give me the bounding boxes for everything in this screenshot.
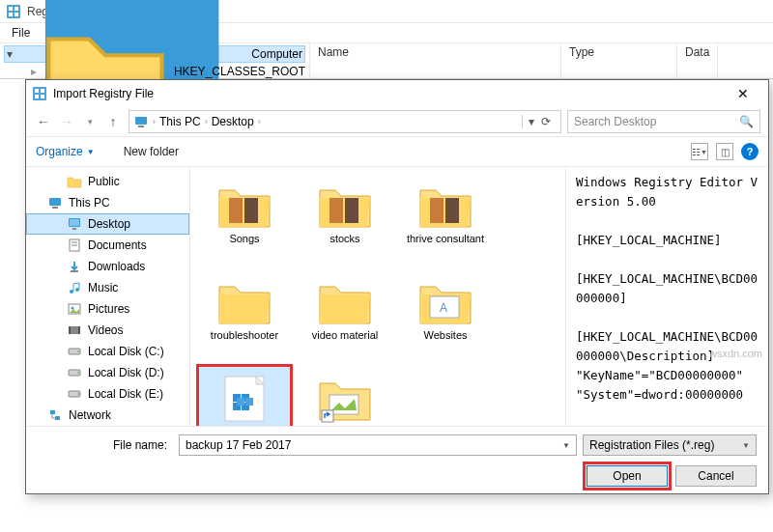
sidebar-item-label: Pictures	[88, 302, 129, 316]
file-songs[interactable]: Songs	[198, 173, 291, 266]
sidebar-item-music[interactable]: Music	[26, 277, 189, 298]
chevron-down-icon: ▼	[562, 441, 570, 450]
file-documents-shortcut[interactable]: Documents - Shortcut	[299, 366, 391, 426]
nav-back[interactable]: ←	[34, 112, 53, 131]
pc-icon	[133, 114, 149, 129]
net-icon	[47, 407, 63, 423]
sidebar: PublicThis PCDesktopDocumentsDownloadsMu…	[26, 167, 190, 426]
search-placeholder: Search Desktop	[574, 115, 656, 128]
svg-rect-36	[329, 198, 343, 223]
sidebar-item-label: Downloads	[88, 260, 145, 273]
file-thumb	[215, 273, 273, 327]
sidebar-item-local-disk-c-[interactable]: Local Disk (C:)	[26, 341, 189, 362]
music-icon	[67, 280, 82, 295]
nav-forward[interactable]: →	[57, 112, 76, 131]
sidebar-item-documents[interactable]: Documents	[26, 235, 189, 256]
crumb-drop[interactable]: ▾	[522, 115, 534, 128]
sidebar-item-public[interactable]: Public	[26, 171, 189, 192]
refresh-icon[interactable]: ⟳	[541, 115, 551, 128]
file-websites[interactable]: AWebsites	[399, 269, 492, 362]
file-label: Songs	[229, 233, 259, 245]
sidebar-item-desktop[interactable]: Desktop	[26, 213, 189, 235]
filename-value: backup 17 Feb 2017	[186, 438, 291, 452]
close-button[interactable]: ✕	[724, 86, 762, 101]
file-thumb	[215, 177, 273, 231]
sidebar-item-network[interactable]: Network	[26, 405, 189, 426]
svg-rect-39	[445, 198, 459, 223]
sidebar-item-local-disk-e-[interactable]: Local Disk (E:)	[26, 383, 189, 405]
crumb-pc[interactable]: This PC	[159, 115, 201, 128]
sidebar-item-label: Network	[69, 408, 111, 422]
dialog-icon	[32, 86, 47, 101]
sidebar-item-label: Local Disk (D:)	[88, 366, 164, 379]
col-type[interactable]: Type	[561, 43, 677, 82]
file-stocks[interactable]: stocks	[299, 173, 391, 266]
file-label: Websites	[423, 329, 467, 342]
pic-icon	[67, 301, 82, 317]
svg-text:A: A	[440, 301, 447, 315]
dialog-title: Import Registry File	[53, 87, 154, 100]
file-label: thrive consultant	[407, 233, 484, 245]
nav-up[interactable]: ↑	[103, 112, 123, 131]
tree-root-label: Computer	[251, 47, 302, 61]
sidebar-item-label: Local Disk (C:)	[88, 345, 164, 358]
file-backup-17-feb-2017[interactable]: backup 17 Feb 2017	[198, 366, 291, 426]
help-button[interactable]: ?	[741, 143, 759, 160]
file-label: video material	[312, 329, 378, 342]
file-label: troubleshooter	[211, 329, 278, 342]
sidebar-item-local-disk-d-[interactable]: Local Disk (D:)	[26, 362, 189, 383]
col-data[interactable]: Data	[677, 43, 718, 82]
sidebar-item-label: Videos	[88, 323, 123, 337]
svg-rect-38	[430, 198, 444, 223]
doc-icon	[67, 238, 82, 253]
filetype-filter[interactable]: Registration Files (*.reg) ▼	[583, 434, 757, 456]
organize-button[interactable]: Organize▼	[36, 145, 95, 158]
down-icon	[67, 259, 82, 274]
vid-icon	[67, 322, 82, 338]
sidebar-item-label: Public	[88, 175, 120, 188]
search-icon: 🔍	[739, 115, 754, 128]
disk-icon	[67, 386, 82, 402]
sidebar-item-label: Music	[88, 281, 118, 294]
newfolder-button[interactable]: New folder	[124, 145, 179, 158]
filename-label: File name:	[38, 438, 173, 452]
file-thumb	[215, 371, 273, 425]
file-thumb	[316, 273, 374, 327]
svg-rect-37	[345, 198, 358, 223]
sidebar-item-videos[interactable]: Videos	[26, 320, 189, 341]
desktop-icon	[67, 216, 82, 232]
breadcrumb[interactable]: › This PC › Desktop › ▾ ⟳	[129, 110, 561, 133]
cancel-button[interactable]: Cancel	[675, 465, 757, 487]
folder-icon	[67, 174, 82, 189]
view-button[interactable]: ☷ ▼	[691, 143, 708, 160]
crumb-desktop[interactable]: Desktop	[212, 115, 254, 128]
col-name[interactable]: Name	[310, 43, 561, 82]
preview-button[interactable]: ◫	[716, 143, 733, 160]
svg-rect-34	[229, 198, 243, 223]
file-video-material[interactable]: video material	[299, 269, 391, 362]
file-area[interactable]: Songsstocksthrive consultanttroubleshoot…	[190, 167, 565, 426]
file-troubleshooter[interactable]: troubleshooter	[198, 269, 291, 362]
file-thumb	[316, 370, 374, 424]
open-button[interactable]: Open	[587, 465, 668, 487]
sidebar-item-label: Local Disk (E:)	[88, 387, 163, 401]
sidebar-item-pictures[interactable]: Pictures	[26, 298, 189, 320]
filter-label: Registration Files (*.reg)	[589, 438, 714, 452]
disk-icon	[67, 365, 82, 380]
filename-input[interactable]: backup 17 Feb 2017 ▼	[179, 434, 577, 456]
file-thumb	[316, 177, 374, 231]
tree-child-label: HKEY_CLASSES_ROOT	[174, 65, 305, 78]
file-label: stocks	[329, 233, 359, 245]
svg-rect-35	[244, 198, 258, 223]
import-dialog: Import Registry File ✕ ← → ▾ ↑ › This PC…	[25, 79, 769, 494]
sidebar-item-label: Desktop	[88, 217, 130, 231]
pc-icon	[47, 195, 63, 210]
sidebar-item-downloads[interactable]: Downloads	[26, 256, 189, 277]
nav-recent[interactable]: ▾	[80, 112, 100, 131]
watermark: wsxdn.com	[709, 348, 762, 359]
file-thrive-consultant[interactable]: thrive consultant	[399, 173, 492, 266]
chevron-down-icon: ▼	[742, 441, 750, 450]
sidebar-item-this-pc[interactable]: This PC	[26, 192, 189, 213]
search-input[interactable]: Search Desktop 🔍	[567, 110, 760, 133]
tree-hkcr[interactable]: ▸ HKEY_CLASSES_ROOT	[31, 63, 305, 80]
